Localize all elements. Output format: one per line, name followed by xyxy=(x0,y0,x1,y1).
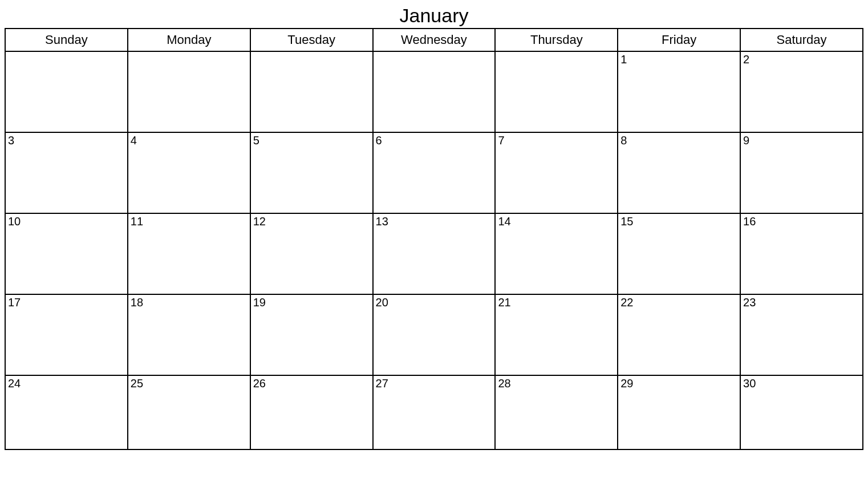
day-cell[interactable]: 26 xyxy=(250,375,373,449)
day-cell[interactable]: 10 xyxy=(5,213,128,294)
week-row: 1 2 xyxy=(5,51,863,132)
day-header-wednesday: Wednesday xyxy=(373,29,496,51)
calendar-container: January Sunday Monday Tuesday Wednesday … xyxy=(5,5,863,450)
day-cell[interactable]: 9 xyxy=(740,132,863,213)
day-cell[interactable]: 21 xyxy=(495,294,618,375)
day-header-sunday: Sunday xyxy=(5,29,128,51)
day-cell[interactable] xyxy=(495,51,618,132)
day-cell[interactable] xyxy=(373,51,496,132)
day-header-row: Sunday Monday Tuesday Wednesday Thursday… xyxy=(5,29,863,51)
day-cell[interactable]: 11 xyxy=(128,213,250,294)
day-header-friday: Friday xyxy=(618,29,740,51)
month-title: January xyxy=(5,5,863,27)
day-cell[interactable]: 12 xyxy=(250,213,373,294)
week-row: 17 18 19 20 21 22 23 xyxy=(5,294,863,375)
day-cell[interactable] xyxy=(5,51,128,132)
day-cell[interactable]: 20 xyxy=(373,294,496,375)
day-cell[interactable]: 5 xyxy=(250,132,373,213)
week-row: 3 4 5 6 7 8 9 xyxy=(5,132,863,213)
day-cell[interactable]: 30 xyxy=(740,375,863,449)
day-cell[interactable]: 2 xyxy=(740,51,863,132)
day-cell[interactable] xyxy=(250,51,373,132)
day-cell[interactable]: 17 xyxy=(5,294,128,375)
day-cell[interactable]: 15 xyxy=(618,213,740,294)
day-cell[interactable]: 3 xyxy=(5,132,128,213)
day-cell[interactable]: 24 xyxy=(5,375,128,449)
day-header-monday: Monday xyxy=(128,29,250,51)
day-header-saturday: Saturday xyxy=(740,29,863,51)
day-cell[interactable]: 7 xyxy=(495,132,618,213)
day-cell[interactable]: 8 xyxy=(618,132,740,213)
day-cell[interactable]: 25 xyxy=(128,375,250,449)
calendar-table: Sunday Monday Tuesday Wednesday Thursday… xyxy=(5,28,863,450)
day-cell[interactable]: 28 xyxy=(495,375,618,449)
day-cell[interactable] xyxy=(128,51,250,132)
day-cell[interactable]: 29 xyxy=(618,375,740,449)
day-cell[interactable]: 16 xyxy=(740,213,863,294)
day-cell[interactable]: 18 xyxy=(128,294,250,375)
day-cell[interactable]: 19 xyxy=(250,294,373,375)
day-cell[interactable]: 27 xyxy=(373,375,496,449)
day-header-tuesday: Tuesday xyxy=(250,29,373,51)
day-header-thursday: Thursday xyxy=(495,29,618,51)
day-cell[interactable]: 1 xyxy=(618,51,740,132)
day-cell[interactable]: 4 xyxy=(128,132,250,213)
day-cell[interactable]: 6 xyxy=(373,132,496,213)
week-row: 24 25 26 27 28 29 30 xyxy=(5,375,863,449)
week-row: 10 11 12 13 14 15 16 xyxy=(5,213,863,294)
day-cell[interactable]: 14 xyxy=(495,213,618,294)
day-cell[interactable]: 13 xyxy=(373,213,496,294)
day-cell[interactable]: 22 xyxy=(618,294,740,375)
day-cell[interactable]: 23 xyxy=(740,294,863,375)
